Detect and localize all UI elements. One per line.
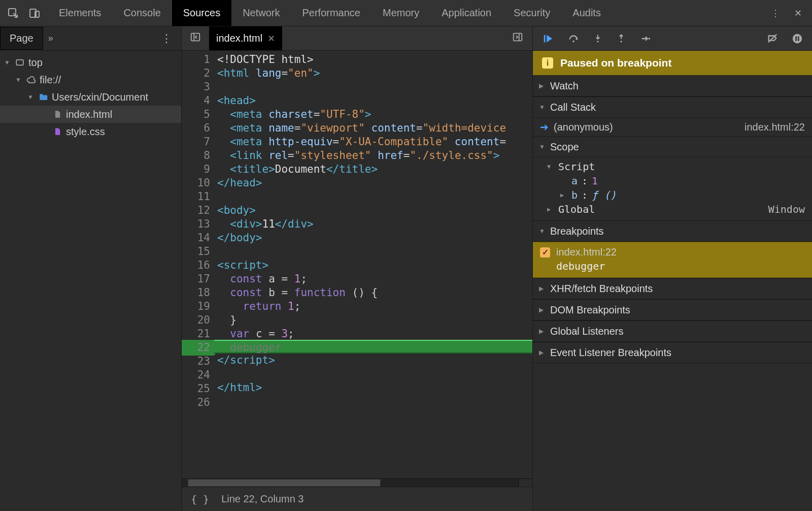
cursor-position: Line 22, Column 3 [221,493,303,505]
tree-root-top[interactable]: ▼ top [0,54,181,71]
scope-script[interactable]: ▼Script [533,159,812,174]
pretty-print-icon[interactable]: { } [191,493,209,505]
step-over-icon[interactable] [567,33,580,44]
callstack-location: index.html:22 [745,121,805,133]
editor-tab-index[interactable]: index.html ✕ [209,26,282,50]
breakpoint-checkbox-icon[interactable]: ✓ [540,247,550,258]
section-xhr[interactable]: ▶XHR/fetch Breakpoints [533,278,812,299]
svg-rect-3 [16,60,23,66]
breakpoint-label: index.html:22 [556,246,617,258]
breakpoint-item[interactable]: ✓ index.html:22 debugger [533,242,812,278]
section-watch[interactable]: ▶Watch [533,75,812,97]
svg-rect-15 [795,36,797,41]
paused-banner: i Paused on breakpoint [533,51,812,75]
callstack-frame[interactable]: ➔(anonymous) index.html:22 [533,118,812,136]
editor-scrollbar-horizontal[interactable] [182,478,532,487]
more-options-icon[interactable]: ⋮ [771,8,780,19]
deactivate-breakpoints-icon[interactable] [766,33,779,44]
section-event-listener[interactable]: ▶Event Listener Breakpoints [533,342,812,363]
svg-point-11 [620,41,622,42]
section-global-listeners[interactable]: ▶Global Listeners [533,321,812,342]
sources-navigator: Page » ⋮ ▼ top ▼ file:// ▼ [0,26,182,511]
code-editor[interactable]: 1234567891011121314151617181920212223242… [182,51,532,478]
tree-file-style[interactable]: style.css [0,123,181,140]
section-callstack[interactable]: ▼Call Stack [533,97,812,118]
step-into-icon[interactable] [593,33,603,44]
navigator-more-icon[interactable]: ⋮ [152,32,181,45]
editor-panel: index.html ✕ 123456789101112131415161718… [182,26,533,511]
inspect-element-icon[interactable] [7,7,19,19]
navigator-tab-page[interactable]: Page [0,27,43,50]
toggle-navigator-icon[interactable] [182,31,209,45]
devtools-top-tabs: ElementsConsoleSourcesNetworkPerformance… [0,0,812,26]
svg-point-10 [597,41,598,42]
tree-origin[interactable]: ▼ file:// [0,71,181,88]
step-icon[interactable] [639,33,652,44]
step-out-icon[interactable] [616,33,626,44]
svg-point-12 [649,38,651,40]
tree-file-index[interactable]: index.html [0,106,181,123]
frame-icon [14,58,25,67]
scope-var-b[interactable]: ▶ b: ƒ () [533,188,812,202]
tree-folder[interactable]: ▼ Users/cxin/Document [0,88,181,106]
tab-security[interactable]: Security [502,0,561,26]
svg-rect-8 [544,35,546,42]
file-css-icon [52,126,63,137]
scope-global[interactable]: ▶Global Window [533,202,812,216]
editor-status-bar: { } Line 22, Column 3 [182,487,532,511]
tree-file-label: index.html [66,109,112,120]
tab-memory[interactable]: Memory [371,0,430,26]
navigator-overflow-icon[interactable]: » [43,33,58,44]
file-tree: ▼ top ▼ file:// ▼ Users/cxin/Document [0,51,181,511]
section-scope[interactable]: ▼Scope [533,136,812,157]
folder-icon [38,92,49,102]
pause-on-exceptions-icon[interactable] [792,33,803,44]
section-breakpoints[interactable]: ▼Breakpoints [533,220,812,242]
tab-network[interactable]: Network [231,0,291,26]
cloud-icon [25,75,37,84]
tree-file-label: style.css [66,126,105,138]
close-tab-icon[interactable]: ✕ [267,33,275,44]
svg-rect-16 [798,36,799,41]
file-icon [52,109,63,119]
tab-performance[interactable]: Performance [291,0,372,26]
tree-folder-label: Users/cxin/Document [52,91,148,103]
debugger-toolbar [533,26,812,51]
tab-elements[interactable]: Elements [48,0,112,26]
paused-banner-text: Paused on breakpoint [560,57,671,69]
svg-point-9 [572,40,574,42]
editor-tab-label: index.html [216,33,262,44]
scope-var-a[interactable]: a: 1 [533,174,812,188]
resume-icon[interactable] [542,33,554,44]
tree-origin-label: file:// [40,74,61,86]
device-toolbar-icon[interactable] [28,7,41,19]
info-icon: i [542,57,553,69]
close-devtools-icon[interactable]: ✕ [794,8,802,19]
debugger-panel: i Paused on breakpoint ▶Watch ▼Call Stac… [533,26,812,511]
tree-root-label: top [28,57,43,69]
tab-audits[interactable]: Audits [561,0,612,26]
breakpoint-code: debugger [540,260,805,272]
tab-application[interactable]: Application [430,0,502,26]
tab-console[interactable]: Console [112,0,172,26]
toggle-debugger-icon[interactable] [503,31,532,45]
section-dom[interactable]: ▶DOM Breakpoints [533,299,812,321]
svg-point-14 [793,34,802,43]
tab-sources[interactable]: Sources [172,0,231,26]
